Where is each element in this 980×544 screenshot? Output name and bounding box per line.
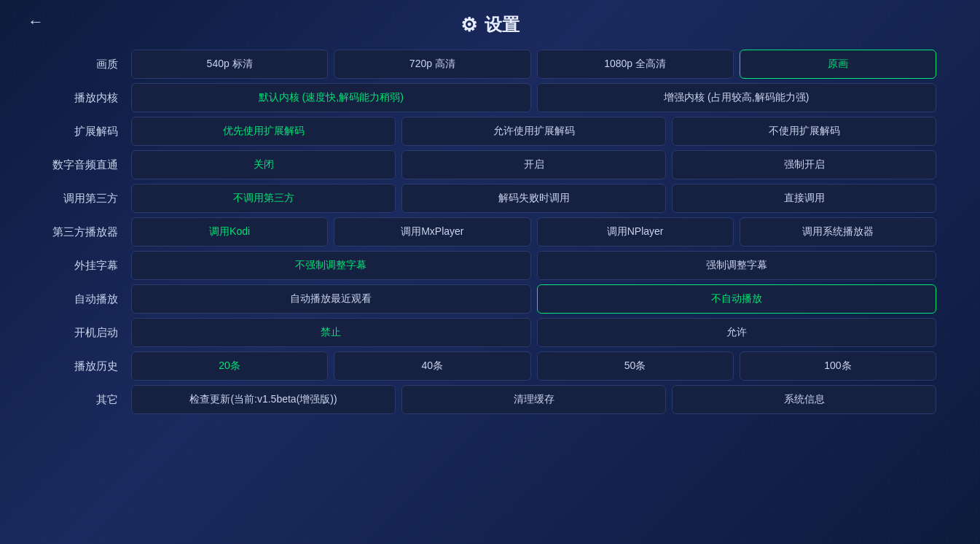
btn-group-history: 20条40条50条100条: [131, 351, 936, 381]
row-third-player: 第三方播放器调用Kodi调用MxPlayer调用NPlayer调用系统播放器: [44, 217, 936, 246]
btn-core-default[interactable]: 默认内核 (速度快,解码能力稍弱): [131, 83, 531, 112]
btn-player-mxplayer[interactable]: 调用MxPlayer: [334, 217, 530, 246]
btn-h50[interactable]: 50条: [537, 351, 734, 381]
btn-q1080[interactable]: 1080p 全高清: [537, 50, 734, 79]
label-other: 其它: [44, 393, 124, 407]
btn-tp-direct[interactable]: 直接调用: [672, 184, 936, 213]
btn-ap-recent[interactable]: 自动播放最近观看: [131, 284, 531, 314]
btn-group-startup: 禁止允许: [131, 318, 936, 347]
label-ext-decode: 扩展解码: [44, 125, 124, 139]
btn-sub-force[interactable]: 强制调整字幕: [537, 251, 937, 280]
btn-player-nplayer[interactable]: 调用NPlayer: [537, 217, 734, 246]
row-third-party: 调用第三方不调用第三方解码失败时调用直接调用: [44, 184, 936, 213]
btn-group-third-party: 不调用第三方解码失败时调用直接调用: [131, 184, 936, 213]
btn-h20[interactable]: 20条: [131, 351, 328, 381]
label-history: 播放历史: [44, 360, 124, 373]
row-core: 播放内核默认内核 (速度快,解码能力稍弱)增强内核 (占用较高,解码能力强): [44, 83, 936, 112]
label-quality: 画质: [44, 58, 124, 71]
btn-tp-fail[interactable]: 解码失败时调用: [401, 184, 666, 213]
btn-ext-no[interactable]: 不使用扩展解码: [672, 117, 936, 146]
row-audio-passthrough: 数字音频直通关闭开启强制开启: [44, 150, 936, 179]
btn-ext-prefer[interactable]: 优先使用扩展解码: [131, 117, 396, 146]
row-subtitle: 外挂字幕不强制调整字幕强制调整字幕: [44, 251, 936, 280]
btn-apt-off[interactable]: 关闭: [131, 150, 396, 179]
btn-apt-on[interactable]: 开启: [401, 150, 666, 179]
label-third-player: 第三方播放器: [44, 225, 124, 239]
row-startup: 开机启动禁止允许: [44, 318, 936, 347]
row-ext-decode: 扩展解码优先使用扩展解码允许使用扩展解码不使用扩展解码: [44, 117, 936, 146]
btn-core-enhanced[interactable]: 增强内核 (占用较高,解码能力强): [537, 83, 937, 112]
btn-qoriginal[interactable]: 原画: [740, 50, 936, 79]
header: ← ⚙ 设置: [0, 0, 980, 44]
gear-icon: ⚙: [460, 14, 477, 36]
btn-tp-no[interactable]: 不调用第三方: [131, 184, 396, 213]
btn-q720[interactable]: 720p 高清: [334, 50, 530, 79]
btn-group-quality: 540p 标清720p 高清1080p 全高清原画: [131, 50, 936, 79]
btn-ap-no[interactable]: 不自动播放: [537, 284, 937, 314]
btn-player-kodi[interactable]: 调用Kodi: [131, 217, 328, 246]
btn-check-update[interactable]: 检查更新(当前:v1.5beta(增强版)): [131, 385, 396, 414]
page-title: ⚙ 设置: [460, 13, 520, 36]
row-history: 播放历史20条40条50条100条: [44, 351, 936, 381]
btn-group-ext-decode: 优先使用扩展解码允许使用扩展解码不使用扩展解码: [131, 117, 936, 146]
row-autoplay: 自动播放自动播放最近观看不自动播放: [44, 284, 936, 314]
btn-group-core: 默认内核 (速度快,解码能力稍弱)增强内核 (占用较高,解码能力强): [131, 83, 936, 112]
btn-group-audio-passthrough: 关闭开启强制开启: [131, 150, 936, 179]
btn-player-sys[interactable]: 调用系统播放器: [740, 217, 936, 246]
row-quality: 画质540p 标清720p 高清1080p 全高清原画: [44, 50, 936, 79]
btn-group-subtitle: 不强制调整字幕强制调整字幕: [131, 251, 936, 280]
btn-st-allow[interactable]: 允许: [537, 318, 937, 347]
btn-st-forbid[interactable]: 禁止: [131, 318, 531, 347]
label-audio-passthrough: 数字音频直通: [44, 158, 124, 172]
btn-clear-cache[interactable]: 清理缓存: [401, 385, 666, 414]
btn-h100[interactable]: 100条: [740, 351, 936, 381]
btn-sys-info[interactable]: 系统信息: [672, 385, 936, 414]
back-button[interactable]: ←: [22, 9, 50, 34]
btn-ext-allow[interactable]: 允许使用扩展解码: [401, 117, 666, 146]
label-startup: 开机启动: [44, 326, 124, 340]
title-text: 设置: [485, 13, 520, 36]
label-autoplay: 自动播放: [44, 292, 124, 306]
btn-group-autoplay: 自动播放最近观看不自动播放: [131, 284, 936, 314]
label-third-party: 调用第三方: [44, 192, 124, 206]
label-core: 播放内核: [44, 91, 124, 105]
btn-apt-force[interactable]: 强制开启: [672, 150, 936, 179]
btn-h40[interactable]: 40条: [334, 351, 530, 381]
settings-grid: 画质540p 标清720p 高清1080p 全高清原画播放内核默认内核 (速度快…: [0, 44, 980, 420]
label-subtitle: 外挂字幕: [44, 259, 124, 273]
btn-group-other: 检查更新(当前:v1.5beta(增强版))清理缓存系统信息: [131, 385, 936, 414]
btn-sub-no-force[interactable]: 不强制调整字幕: [131, 251, 531, 280]
btn-q540[interactable]: 540p 标清: [131, 50, 328, 79]
btn-group-third-player: 调用Kodi调用MxPlayer调用NPlayer调用系统播放器: [131, 217, 936, 246]
row-other: 其它检查更新(当前:v1.5beta(增强版))清理缓存系统信息: [44, 385, 936, 414]
